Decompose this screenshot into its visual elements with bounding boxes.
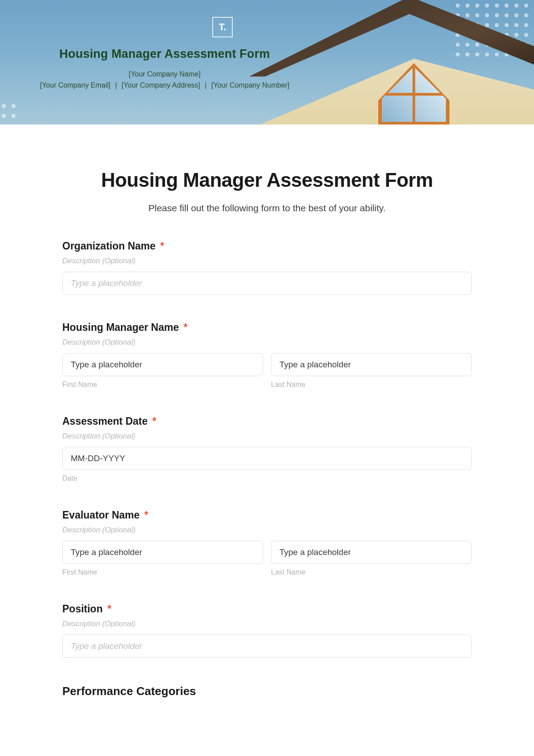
assessment-date-input[interactable] (62, 447, 472, 470)
hero-banner: T. Housing Manager Assessment Form [Your… (0, 0, 534, 125)
decorative-dots-left (2, 104, 17, 119)
hero-company-line2: [Your Company Email] | [Your Company Add… (22, 80, 307, 91)
sublabel-last-name: Last Name (271, 568, 472, 576)
required-mark: * (160, 240, 164, 252)
description-text: Description (Optional) (62, 257, 472, 265)
position-input[interactable] (62, 635, 472, 658)
field-organization-name: Organization Name * Description (Optiona… (62, 240, 472, 295)
field-housing-manager-name: Housing Manager Name * Description (Opti… (62, 322, 472, 389)
label-assessment-date: Assessment Date (62, 415, 148, 427)
organization-name-input[interactable] (62, 272, 472, 295)
label-organization-name: Organization Name (62, 240, 156, 252)
hero-company-line1: [Your Company Name] (22, 69, 307, 80)
label-position: Position (62, 603, 103, 615)
required-mark: * (152, 415, 156, 427)
field-position: Position * Description (Optional) (62, 603, 472, 658)
manager-last-name-input[interactable] (271, 353, 472, 376)
description-text: Description (Optional) (62, 338, 472, 347)
required-mark: * (144, 509, 148, 521)
page-title: Housing Manager Assessment Form (62, 169, 472, 191)
brand-logo: T. (212, 17, 233, 37)
description-text: Description (Optional) (62, 432, 472, 441)
sublabel-date: Date (62, 475, 472, 483)
description-text: Description (Optional) (62, 526, 472, 535)
label-housing-manager-name: Housing Manager Name (62, 322, 179, 333)
sublabel-last-name: Last Name (271, 381, 472, 389)
evaluator-first-name-input[interactable] (62, 541, 263, 564)
required-mark: * (107, 603, 111, 615)
evaluator-last-name-input[interactable] (271, 541, 472, 564)
description-text: Description (Optional) (62, 619, 472, 628)
form-container: Housing Manager Assessment Form Please f… (62, 125, 472, 716)
field-evaluator-name: Evaluator Name * Description (Optional) … (62, 509, 472, 576)
section-performance-categories: Performance Categories (62, 684, 472, 698)
form-intro: Please fill out the following form to th… (62, 203, 472, 213)
required-mark: * (183, 322, 187, 333)
field-assessment-date: Assessment Date * Description (Optional)… (62, 415, 472, 483)
sublabel-first-name: First Name (62, 568, 263, 576)
sublabel-first-name: First Name (62, 381, 263, 389)
hero-title: Housing Manager Assessment Form (22, 47, 307, 61)
label-evaluator-name: Evaluator Name (62, 509, 140, 521)
window-icon (378, 63, 449, 125)
manager-first-name-input[interactable] (62, 353, 263, 376)
